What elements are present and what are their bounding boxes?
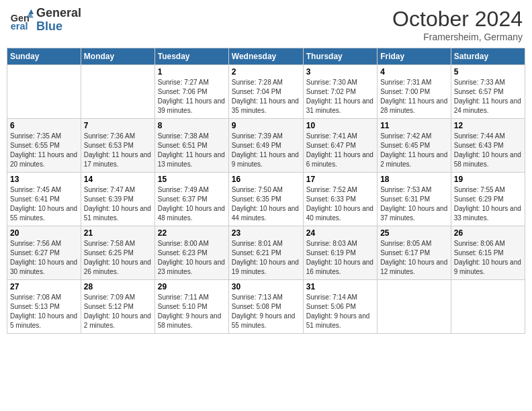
weekday-header-monday: Monday	[81, 48, 154, 65]
logo-text: General Blue	[36, 7, 81, 34]
day-number: 18	[380, 175, 448, 184]
day-number: 3	[306, 67, 374, 77]
week-row-4: 20Sunrise: 7:56 AM Sunset: 6:27 PM Dayli…	[7, 226, 525, 280]
day-info: Sunrise: 8:05 AM Sunset: 6:17 PM Dayligh…	[380, 239, 448, 277]
weekday-header-sunday: Sunday	[7, 48, 81, 65]
calendar-cell: 6Sunrise: 7:35 AM Sunset: 6:55 PM Daylig…	[7, 119, 81, 173]
calendar-cell: 5Sunrise: 7:33 AM Sunset: 6:57 PM Daylig…	[451, 65, 525, 119]
weekday-header-wednesday: Wednesday	[228, 48, 303, 65]
weekday-header-tuesday: Tuesday	[154, 48, 228, 65]
calendar-cell	[7, 65, 81, 119]
day-number: 22	[158, 228, 226, 238]
calendar-cell: 21Sunrise: 7:58 AM Sunset: 6:25 PM Dayli…	[81, 226, 154, 280]
day-number: 14	[84, 175, 152, 184]
day-info: Sunrise: 7:47 AM Sunset: 6:39 PM Dayligh…	[84, 185, 152, 223]
day-info: Sunrise: 7:28 AM Sunset: 7:04 PM Dayligh…	[232, 78, 300, 116]
logo-icon: Gen eral	[9, 8, 34, 32]
calendar-cell: 24Sunrise: 8:03 AM Sunset: 6:19 PM Dayli…	[303, 226, 377, 280]
day-info: Sunrise: 7:42 AM Sunset: 6:45 PM Dayligh…	[380, 132, 448, 169]
day-info: Sunrise: 7:30 AM Sunset: 7:02 PM Dayligh…	[306, 78, 374, 116]
day-info: Sunrise: 7:49 AM Sunset: 6:37 PM Dayligh…	[158, 185, 226, 223]
calendar-cell: 27Sunrise: 7:08 AM Sunset: 5:13 PM Dayli…	[7, 280, 81, 334]
day-number: 1	[158, 67, 226, 77]
calendar-cell: 4Sunrise: 7:31 AM Sunset: 7:00 PM Daylig…	[378, 65, 451, 119]
day-number: 2	[232, 67, 300, 77]
calendar-cell: 22Sunrise: 8:00 AM Sunset: 6:23 PM Dayli…	[154, 226, 228, 280]
day-info: Sunrise: 7:50 AM Sunset: 6:35 PM Dayligh…	[232, 185, 300, 223]
week-row-5: 27Sunrise: 7:08 AM Sunset: 5:13 PM Dayli…	[7, 280, 525, 334]
day-info: Sunrise: 7:08 AM Sunset: 5:13 PM Dayligh…	[10, 293, 78, 330]
calendar-cell: 1Sunrise: 7:27 AM Sunset: 7:06 PM Daylig…	[154, 65, 228, 119]
day-info: Sunrise: 7:09 AM Sunset: 5:12 PM Dayligh…	[84, 293, 152, 330]
day-info: Sunrise: 7:38 AM Sunset: 6:51 PM Dayligh…	[158, 132, 226, 169]
calendar-cell: 28Sunrise: 7:09 AM Sunset: 5:12 PM Dayli…	[81, 280, 154, 334]
week-row-1: 1Sunrise: 7:27 AM Sunset: 7:06 PM Daylig…	[7, 65, 525, 119]
day-number: 8	[158, 121, 226, 130]
calendar-cell	[451, 280, 525, 334]
day-info: Sunrise: 8:03 AM Sunset: 6:19 PM Dayligh…	[306, 239, 374, 277]
calendar-cell	[81, 65, 154, 119]
calendar-cell	[378, 280, 451, 334]
day-info: Sunrise: 8:01 AM Sunset: 6:21 PM Dayligh…	[232, 239, 300, 277]
week-row-2: 6Sunrise: 7:35 AM Sunset: 6:55 PM Daylig…	[7, 119, 525, 173]
title-block: October 2024 Framersheim, Germany	[392, 7, 523, 42]
day-info: Sunrise: 7:52 AM Sunset: 6:33 PM Dayligh…	[306, 185, 374, 223]
month-title: October 2024	[392, 7, 523, 32]
calendar-cell: 16Sunrise: 7:50 AM Sunset: 6:35 PM Dayli…	[228, 173, 303, 226]
calendar-cell: 26Sunrise: 8:06 AM Sunset: 6:15 PM Dayli…	[451, 226, 525, 280]
weekday-header-saturday: Saturday	[451, 48, 525, 65]
weekday-header-thursday: Thursday	[303, 48, 377, 65]
logo: Gen eral General Blue	[9, 7, 81, 34]
day-number: 28	[84, 282, 152, 291]
day-number: 27	[10, 282, 78, 291]
day-number: 23	[232, 228, 300, 238]
calendar-cell: 14Sunrise: 7:47 AM Sunset: 6:39 PM Dayli…	[81, 173, 154, 226]
logo-line2: Blue	[36, 20, 81, 34]
day-info: Sunrise: 7:11 AM Sunset: 5:10 PM Dayligh…	[158, 293, 226, 330]
week-row-3: 13Sunrise: 7:45 AM Sunset: 6:41 PM Dayli…	[7, 173, 525, 226]
calendar-cell: 9Sunrise: 7:39 AM Sunset: 6:49 PM Daylig…	[228, 119, 303, 173]
calendar-cell: 2Sunrise: 7:28 AM Sunset: 7:04 PM Daylig…	[228, 65, 303, 119]
location: Framersheim, Germany	[392, 32, 523, 42]
calendar-cell: 8Sunrise: 7:38 AM Sunset: 6:51 PM Daylig…	[154, 119, 228, 173]
day-info: Sunrise: 7:33 AM Sunset: 6:57 PM Dayligh…	[454, 78, 522, 116]
day-info: Sunrise: 7:36 AM Sunset: 6:53 PM Dayligh…	[84, 132, 152, 169]
calendar-cell: 20Sunrise: 7:56 AM Sunset: 6:27 PM Dayli…	[7, 226, 81, 280]
calendar-cell: 19Sunrise: 7:55 AM Sunset: 6:29 PM Dayli…	[451, 173, 525, 226]
day-info: Sunrise: 7:14 AM Sunset: 5:06 PM Dayligh…	[306, 293, 374, 330]
day-number: 15	[158, 175, 226, 184]
calendar-cell: 12Sunrise: 7:44 AM Sunset: 6:43 PM Dayli…	[451, 119, 525, 173]
calendar-cell: 3Sunrise: 7:30 AM Sunset: 7:02 PM Daylig…	[303, 65, 377, 119]
calendar-cell: 17Sunrise: 7:52 AM Sunset: 6:33 PM Dayli…	[303, 173, 377, 226]
day-number: 24	[306, 228, 374, 238]
day-number: 10	[306, 121, 374, 130]
day-number: 26	[454, 228, 522, 238]
day-number: 11	[380, 121, 448, 130]
day-info: Sunrise: 7:44 AM Sunset: 6:43 PM Dayligh…	[454, 132, 522, 169]
logo-line1: General	[36, 7, 81, 20]
day-info: Sunrise: 7:55 AM Sunset: 6:29 PM Dayligh…	[454, 185, 522, 223]
day-number: 19	[454, 175, 522, 184]
day-number: 7	[84, 121, 152, 130]
svg-text:eral: eral	[11, 21, 28, 32]
calendar-cell: 10Sunrise: 7:41 AM Sunset: 6:47 PM Dayli…	[303, 119, 377, 173]
day-number: 6	[10, 121, 78, 130]
calendar-cell: 31Sunrise: 7:14 AM Sunset: 5:06 PM Dayli…	[303, 280, 377, 334]
day-number: 31	[306, 282, 374, 291]
day-number: 25	[380, 228, 448, 238]
calendar-table: SundayMondayTuesdayWednesdayThursdayFrid…	[7, 48, 525, 334]
day-info: Sunrise: 7:13 AM Sunset: 5:08 PM Dayligh…	[232, 293, 300, 330]
day-info: Sunrise: 7:53 AM Sunset: 6:31 PM Dayligh…	[380, 185, 448, 223]
weekday-header-friday: Friday	[378, 48, 451, 65]
day-number: 4	[380, 67, 448, 77]
day-number: 13	[10, 175, 78, 184]
calendar-cell: 30Sunrise: 7:13 AM Sunset: 5:08 PM Dayli…	[228, 280, 303, 334]
day-number: 30	[232, 282, 300, 291]
calendar-cell: 7Sunrise: 7:36 AM Sunset: 6:53 PM Daylig…	[81, 119, 154, 173]
page-header: Gen eral General Blue October 2024 Frame…	[7, 7, 525, 42]
day-number: 17	[306, 175, 374, 184]
day-info: Sunrise: 8:00 AM Sunset: 6:23 PM Dayligh…	[158, 239, 226, 277]
day-number: 5	[454, 67, 522, 77]
day-info: Sunrise: 7:35 AM Sunset: 6:55 PM Dayligh…	[10, 132, 78, 169]
day-number: 9	[232, 121, 300, 130]
